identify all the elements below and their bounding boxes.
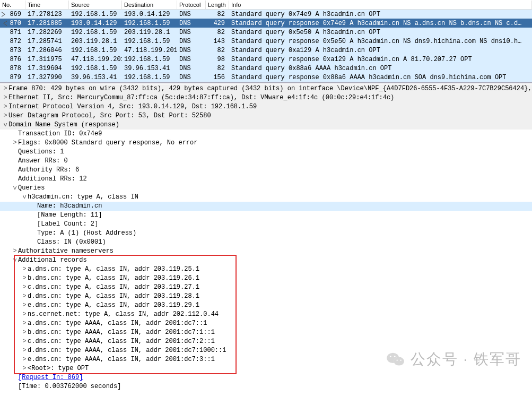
expand-icon[interactable]: [21, 337, 28, 346]
dns-queries[interactable]: Queries: [0, 184, 532, 193]
cell-time: 17.278123: [25, 10, 69, 19]
packet-row[interactable]: 86917.278123192.168.1.59193.0.14.129DNS8…: [0, 10, 532, 19]
dns-additional-record[interactable]: a.dns.cn: type A, class IN, addr 203.119…: [0, 265, 532, 274]
packet-row[interactable]: 87317.286046192.168.1.5947.118.199.201DN…: [0, 46, 532, 55]
col-header-length[interactable]: Length: [206, 1, 229, 9]
cell-protocol: DNS: [177, 73, 206, 82]
packet-row[interactable]: 87017.281885193.0.14.129192.168.1.59DNS4…: [0, 19, 532, 28]
cell-protocol: DNS: [177, 28, 206, 37]
cell-no: 869: [0, 10, 25, 19]
dns-flags[interactable]: Flags: 0x8000 Standard query response, N…: [0, 139, 532, 148]
expand-icon[interactable]: [21, 364, 28, 373]
svg-point-6: [400, 360, 401, 361]
svg-point-4: [394, 356, 395, 357]
cell-info: Standard query 0x88a6 AAAA h3cadmin.cn O…: [229, 64, 532, 73]
udp-summary[interactable]: User Datagram Protocol, Src Port: 53, Ds…: [0, 111, 532, 120]
dns-questions[interactable]: Questions: 1: [0, 148, 532, 157]
dns-name-length[interactable]: [Name Length: 11]: [0, 211, 532, 220]
dns-additional-record[interactable]: c.dns.cn: type A, class IN, addr 203.119…: [0, 283, 532, 292]
dns-label-count[interactable]: [Label Count: 2]: [0, 220, 532, 229]
expand-icon[interactable]: [21, 328, 28, 337]
col-header-info[interactable]: Info: [229, 1, 532, 9]
dns-additional-record[interactable]: b.dns.cn: type AAAA, class IN, addr 2001…: [0, 328, 532, 337]
cell-length: 429: [206, 19, 229, 28]
expand-icon[interactable]: [21, 355, 28, 364]
expand-icon[interactable]: [21, 310, 28, 319]
dns-query-class[interactable]: Class: IN (0x0001): [0, 238, 532, 247]
dns-query-item[interactable]: h3cadmin.cn: type A, class IN: [0, 193, 532, 202]
packet-row[interactable]: 87917.32799039.96.153.41192.168.1.59DNS1…: [0, 73, 532, 82]
dns-additional-rrs[interactable]: Additional RRs: 12: [0, 175, 532, 184]
expand-icon[interactable]: [2, 84, 8, 93]
col-header-no[interactable]: No.: [0, 1, 25, 9]
cell-protocol: DNS: [177, 64, 206, 73]
cell-protocol: DNS: [177, 55, 206, 64]
expand-icon[interactable]: [2, 111, 8, 120]
packet-row[interactable]: 87117.282269192.168.1.59203.119.28.1DNS8…: [0, 28, 532, 37]
collapse-icon[interactable]: [2, 120, 9, 130]
cell-time: 17.286046: [25, 46, 69, 55]
dns-additional-record[interactable]: d.dns.cn: type A, class IN, addr 203.119…: [0, 292, 532, 301]
cell-no: 876: [0, 55, 25, 64]
cell-destination: 193.0.14.129: [122, 10, 177, 19]
dns-additional-record[interactable]: ns.cernet.net: type A, class IN, addr 20…: [0, 310, 532, 319]
expand-icon[interactable]: [21, 301, 28, 310]
dns-authority-rrs[interactable]: Authority RRs: 6: [0, 166, 532, 175]
col-header-destination[interactable]: Destination: [122, 1, 177, 9]
expand-icon[interactable]: [21, 274, 28, 283]
watermark: 公众号 · 铁军哥: [386, 349, 521, 369]
dns-request-in[interactable]: [Request In: 869]: [0, 373, 532, 382]
expand-icon[interactable]: [2, 102, 8, 111]
dns-answer-rrs[interactable]: Answer RRs: 0: [0, 157, 532, 166]
dns-additional-records[interactable]: Additional records: [0, 256, 532, 265]
dns-additional-record[interactable]: e.dns.cn: type A, class IN, addr 203.119…: [0, 301, 532, 310]
dns-query-name[interactable]: Name: h3cadmin.cn: [0, 202, 532, 211]
cell-no: 879: [0, 73, 25, 82]
dns-time-delta[interactable]: [Time: 0.003762000 seconds]: [0, 382, 532, 391]
expand-icon[interactable]: [2, 93, 8, 102]
collapse-icon[interactable]: [11, 184, 19, 193]
cell-length: 82: [206, 10, 229, 19]
cell-info: Standard query 0xa129 A h3cadmin.cn OPT: [229, 46, 532, 55]
collapse-icon[interactable]: [21, 193, 28, 202]
ip-summary[interactable]: Internet Protocol Version 4, Src: 193.0.…: [0, 102, 532, 111]
expand-icon[interactable]: [21, 292, 28, 301]
cell-time: 17.311975: [25, 55, 69, 64]
cell-protocol: DNS: [177, 19, 206, 28]
dns-additional-record[interactable]: b.dns.cn: type A, class IN, addr 203.119…: [0, 274, 532, 283]
cell-info: Standard query response 0xa129 A h3cadmi…: [229, 55, 532, 64]
svg-point-3: [390, 356, 391, 357]
expand-icon[interactable]: [12, 247, 18, 256]
expand-icon[interactable]: [12, 139, 18, 148]
expand-icon[interactable]: [21, 283, 28, 292]
collapse-icon[interactable]: [11, 256, 19, 265]
dns-txid[interactable]: Transaction ID: 0x74e9: [0, 130, 532, 139]
dns-additional-record[interactable]: c.dns.cn: type AAAA, class IN, addr 2001…: [0, 337, 532, 346]
expand-icon[interactable]: [21, 319, 28, 328]
dns-auth-ns[interactable]: Authoritative nameservers: [0, 247, 532, 256]
expand-icon[interactable]: [21, 346, 28, 355]
cell-info: Standard query response 0x5e50 A h3cadmi…: [229, 37, 532, 46]
packet-row[interactable]: 87217.285741203.119.28.1192.168.1.59DNS1…: [0, 37, 532, 46]
dns-additional-record[interactable]: a.dns.cn: type AAAA, class IN, addr 2001…: [0, 319, 532, 328]
dns-summary[interactable]: Domain Name System (response): [0, 120, 532, 130]
packet-details-panel: Frame 870: 429 bytes on wire (3432 bits)…: [0, 82, 532, 393]
cell-time: 17.319604: [25, 64, 69, 73]
cell-destination: 192.168.1.59: [122, 37, 177, 46]
ethernet-summary[interactable]: Ethernet II, Src: MercuryCommu_87:ff:ca …: [0, 93, 532, 102]
cell-source: 192.168.1.59: [69, 28, 122, 37]
col-header-protocol[interactable]: Protocol: [177, 1, 206, 9]
cell-info: Standard query 0x74e9 A h3cadmin.cn OPT: [229, 10, 532, 19]
col-header-time[interactable]: Time: [25, 1, 69, 9]
packet-row[interactable]: 87817.319604192.168.1.5939.96.153.41DNS8…: [0, 64, 532, 73]
expand-icon[interactable]: [21, 265, 28, 274]
cell-source: 192.168.1.59: [69, 64, 122, 73]
cell-source: 193.0.14.129: [69, 19, 122, 28]
col-header-source[interactable]: Source: [69, 1, 122, 9]
frame-summary[interactable]: Frame 870: 429 bytes on wire (3432 bits)…: [0, 84, 532, 93]
dns-query-type[interactable]: Type: A (1) (Host Address): [0, 229, 532, 238]
packet-row[interactable]: 87617.31197547.118.199.201192.168.1.59DN…: [0, 55, 532, 64]
packet-list: No. Time Source Destination Protocol Len…: [0, 0, 532, 82]
cell-no: 871: [0, 28, 25, 37]
cell-source: 203.119.28.1: [69, 37, 122, 46]
